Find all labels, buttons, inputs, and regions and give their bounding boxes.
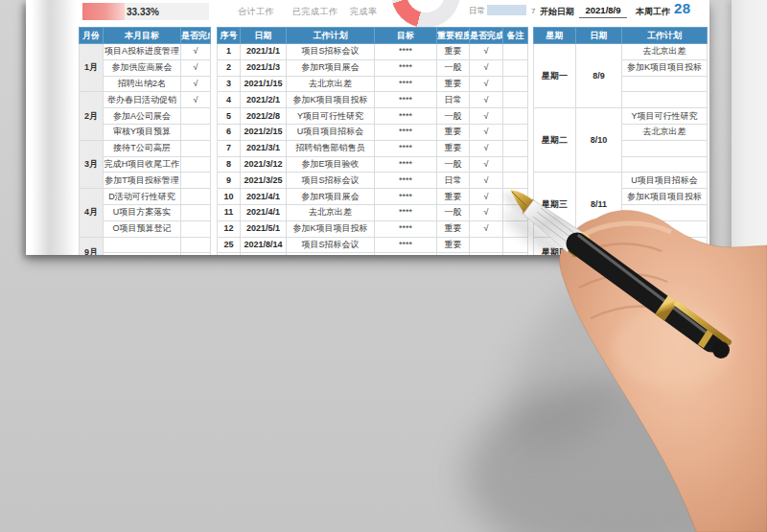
pen-end-gold-ring (704, 335, 709, 339)
done-check-cell: √ (470, 189, 503, 205)
week-date-cell: 8/11 (576, 173, 622, 237)
done-check-cell (181, 204, 211, 220)
date-cell: 2021/2/1 (241, 92, 287, 108)
plan-cell: 去北京出差 (287, 204, 375, 220)
plan-table-row: 22021/1/3参加R项目展会****一般√ (218, 59, 528, 76)
target-cell: **** (375, 173, 437, 189)
importance-cell: 一般 (437, 204, 470, 220)
remark-cell (503, 173, 528, 189)
index-cell: 6 (218, 124, 241, 140)
date-cell: 2021/2/8 (241, 108, 287, 125)
col-header-importance: 重要程度 (437, 28, 470, 44)
week-work-label: 本周工作 (636, 6, 670, 18)
plan-table-row: 62021/2/15U项目项目招标会****重要√ (218, 124, 528, 140)
remark-cell (503, 59, 528, 76)
remark-cell (503, 220, 528, 237)
week-plan-cell: 参加K项目项目投标 (622, 189, 708, 205)
target-cell: **** (375, 237, 437, 253)
importance-cell: 一般 (437, 156, 470, 173)
date-cell: 2021/4/1 (241, 204, 287, 220)
pen-cap-gold-band (662, 305, 671, 312)
done-check-cell (470, 253, 503, 255)
done-check-cell: √ (470, 108, 503, 125)
hand-shadow (465, 379, 767, 532)
plan-table-row: 122021/5/1参加K项目项目投标****重要√ (218, 220, 528, 237)
done-check-cell: √ (181, 59, 211, 76)
monthly-table-row: 9月 (80, 237, 211, 253)
goal-cell: 审核Y项目预算 (104, 124, 181, 140)
col-header-remark: 备注 (503, 28, 528, 44)
week-plan-cell (622, 140, 708, 156)
plan-cell: 参加K项目项目投标 (287, 220, 375, 237)
week-date-cell: 8/9 (576, 44, 622, 108)
remark-cell (503, 124, 528, 140)
pen-clip (677, 304, 729, 342)
date-cell: 2021/1/15 (241, 76, 287, 92)
col-header-date: 日期 (241, 28, 287, 44)
date-cell: 2021/3/1 (241, 140, 287, 156)
background-sheet-edge (732, 0, 767, 261)
target-cell: **** (375, 253, 437, 255)
col-header-date: 日期 (576, 28, 622, 44)
goal-cell: 接待T公司高层 (104, 140, 181, 156)
week-date-cell: 8/10 (576, 108, 622, 173)
pen-barrel (577, 243, 711, 341)
target-cell: **** (375, 76, 437, 92)
done-check-cell: √ (470, 204, 503, 220)
plan-table-row: 72021/3/1招聘销售部销售员****重要√ (218, 140, 528, 156)
done-check-cell (470, 237, 503, 253)
plan-cell: 参加R项目展会 (287, 253, 375, 255)
completed-work-label: 已完成工作 (292, 6, 338, 18)
month-cell: 1月 (80, 44, 104, 92)
plan-table-row: 32021/1/15去北京出差****重要√ (218, 76, 528, 92)
target-cell: **** (375, 140, 437, 156)
week-plan-cell: Y项目可行性研究 (622, 108, 708, 125)
plan-table-row: 82021/3/12参加E项目验收****一般√ (218, 156, 528, 173)
plan-cell: U项目项目招标会 (287, 124, 375, 140)
done-check-cell (181, 108, 211, 125)
remark-cell (503, 92, 528, 108)
date-cell: 2021/1/3 (241, 59, 287, 76)
monthly-table-row: 2月举办春日活动促销√ (80, 92, 211, 108)
done-check-cell (181, 156, 211, 173)
date-cell: 2021/3/12 (241, 156, 287, 173)
done-check-cell: √ (470, 140, 503, 156)
remark-cell (503, 76, 528, 92)
importance-cell: 重要 (437, 44, 470, 60)
work-plan-table: 序号 日期 工作计划 目标 重要程度 是否完成 备注 12021/1/1项目S招… (217, 27, 528, 255)
table-header-row: 序号 日期 工作计划 目标 重要程度 是否完成 备注 (218, 28, 528, 44)
importance-cell: 一般 (437, 108, 470, 125)
remark-cell (503, 108, 528, 125)
index-cell: 7 (218, 140, 241, 156)
plan-cell: 项目S招标会议 (287, 173, 375, 189)
index-cell: 25 (218, 237, 241, 253)
importance-cell: 重要 (437, 237, 470, 253)
goal-cell: U项目方案落实 (104, 204, 181, 220)
importance-cell: 重要 (437, 140, 470, 156)
index-cell: 2 (218, 59, 241, 76)
date-cell: 2021/3/25 (241, 173, 287, 189)
importance-cell: 一般 (437, 59, 470, 76)
month-cell: 4月 (80, 189, 104, 237)
target-cell: **** (375, 220, 437, 237)
col-header-month: 月份 (80, 28, 104, 44)
done-check-cell: √ (181, 76, 211, 92)
importance-cell: 日常 (437, 92, 470, 108)
date-cell: 2021/8/14 (241, 237, 287, 253)
progress-fill (82, 3, 125, 20)
monthly-table-row: 4月D活动可行性研究 (80, 189, 211, 205)
daily-category-label: 日常 (469, 6, 485, 17)
col-header-done: 是否完成 (470, 28, 503, 44)
plan-cell: 参加E项目验收 (287, 156, 375, 173)
monthly-goals-table: 月份 本月目标 是否完成 1月项目A投标进度管理√参加供应商展会√招聘出纳2名√… (79, 27, 211, 255)
index-cell: 3 (218, 76, 241, 92)
goal-cell: 参加A公司展会 (104, 108, 181, 125)
plan-cell: 招聘销售部销售员 (287, 140, 375, 156)
plan-table-row: 12021/1/1项目S招标会议****重要√ (218, 44, 528, 60)
week-plan-cell: 去北京出差 (622, 124, 708, 140)
pen-cap-end (712, 341, 730, 359)
index-cell: 1 (218, 44, 241, 60)
week-plan-cell: 去北京出差 (622, 44, 708, 60)
index-cell: 26 (218, 253, 241, 255)
done-check-cell (181, 237, 211, 253)
